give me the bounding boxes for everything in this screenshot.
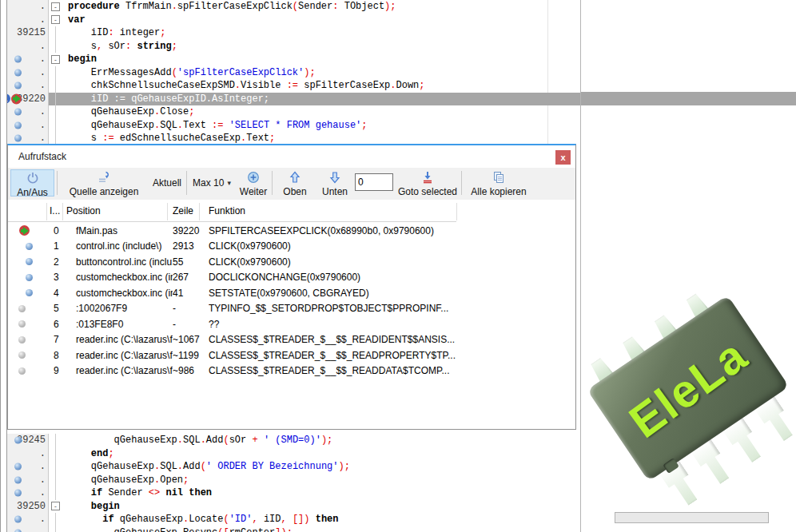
- source-editor-top[interactable]: .-procedure TfrmMain.spFilterCaseExpClic…: [7, 0, 580, 145]
- fold-column[interactable]: -: [49, 0, 62, 14]
- fold-column[interactable]: [49, 105, 62, 119]
- fold-line: [55, 119, 56, 133]
- code-line[interactable]: . qGehauseExp.Open;: [7, 474, 580, 487]
- code-line[interactable]: 39245 qGehauseExp.SQL.Add(sOr + ' (SMD=0…: [7, 434, 580, 447]
- toggle-breakpoints-button[interactable]: An/Aus: [10, 169, 54, 197]
- fold-column[interactable]: [49, 66, 62, 80]
- code-line[interactable]: . end;: [7, 447, 580, 461]
- fold-column[interactable]: [49, 79, 62, 93]
- fold-line: [55, 486, 56, 500]
- editor-gutter[interactable]: .: [7, 53, 49, 66]
- editor-gutter[interactable]: 139220: [7, 93, 49, 106]
- stack-frame-row[interactable]: 8reader.inc (C:\lazarus\fp...~1199CLASSE…: [8, 347, 575, 363]
- stack-frame-row[interactable]: 1control.inc (include\)2913CLICK(0x97906…: [8, 239, 575, 255]
- fold-line: [55, 513, 56, 526]
- close-button[interactable]: x: [555, 150, 571, 165]
- fold-column[interactable]: [49, 447, 62, 461]
- code-line[interactable]: 39250- begin: [7, 500, 580, 514]
- code-line[interactable]: . qGehauseExp.Resync([rmCenter]);: [7, 526, 580, 532]
- fold-column[interactable]: [49, 26, 62, 40]
- frame-down-button[interactable]: Unten: [318, 169, 352, 197]
- fold-collapse-icon[interactable]: -: [51, 502, 60, 510]
- editor-gutter[interactable]: .: [7, 14, 49, 27]
- fold-column[interactable]: [49, 460, 62, 474]
- fold-column[interactable]: [49, 119, 62, 133]
- frame-state-cell: [8, 305, 48, 312]
- column-header-line[interactable]: Zeile: [173, 205, 193, 216]
- stack-frame-row[interactable]: 7reader.inc (C:\lazarus\fp...~1067CLASSE…: [8, 332, 575, 348]
- source-editor-bottom[interactable]: 39245 qGehauseExp.SQL.Add(sOr + ' (SMD=0…: [7, 430, 580, 532]
- code-line[interactable]: .-procedure TfrmMain.spFilterCaseExpClic…: [7, 0, 580, 14]
- editor-gutter[interactable]: 39245: [7, 434, 49, 447]
- editor-gutter[interactable]: .: [7, 474, 49, 487]
- column-header-index[interactable]: I...: [50, 205, 60, 216]
- fold-column[interactable]: -: [49, 14, 62, 27]
- fold-collapse-icon[interactable]: -: [51, 15, 60, 24]
- copy-all-button[interactable]: Alle kopieren: [465, 169, 532, 197]
- code-line[interactable]: . qGehauseExp.Close;: [7, 105, 580, 119]
- fold-column[interactable]: [49, 474, 62, 487]
- show-source-button[interactable]: Quelle anzeigen: [59, 169, 149, 197]
- editor-gutter[interactable]: .: [7, 132, 49, 145]
- code-line[interactable]: . qGehauseExp.SQL.Add(' ORDER BY Bezeich…: [7, 460, 580, 474]
- editor-gutter[interactable]: .: [7, 105, 49, 119]
- column-header-position[interactable]: Position: [66, 205, 101, 216]
- fold-column[interactable]: [49, 40, 62, 54]
- stack-frame-row[interactable]: 0fMain.pas39220SPFILTERCASEEXPCLICK(0x68…: [8, 223, 575, 239]
- editor-gutter[interactable]: .: [7, 40, 49, 54]
- gutter-marks: [7, 437, 22, 444]
- editor-gutter[interactable]: 39250: [7, 500, 49, 514]
- frame-state-cell: [8, 289, 48, 296]
- editor-gutter[interactable]: .: [7, 119, 49, 133]
- stack-frame-row[interactable]: 2buttoncontrol.inc (inclu...55CLICK(0x97…: [8, 254, 575, 270]
- frame-state-cell: [8, 367, 48, 375]
- fold-column[interactable]: [49, 434, 62, 447]
- code-line[interactable]: . if Sender <> nil then: [7, 486, 580, 500]
- fold-column[interactable]: [49, 513, 62, 526]
- code-line[interactable]: .-begin: [7, 53, 580, 66]
- code-line[interactable]: . s, sOr: string;: [7, 40, 580, 54]
- frame-index-input[interactable]: [355, 173, 393, 191]
- fold-column[interactable]: -: [49, 500, 62, 514]
- stack-frame-row[interactable]: 4customcheckbox.inc (in...41SETSTATE(0x9…: [8, 285, 575, 301]
- current-frame-button[interactable]: Aktuell: [149, 169, 185, 197]
- bookmark-1-badge: 1: [7, 94, 10, 104]
- stack-frame-row[interactable]: 9reader.inc (C:\lazarus\fp...~986CLASSES…: [8, 363, 575, 379]
- code-line[interactable]: . chkSchnellsucheCaseExpSMD.Visible := s…: [7, 79, 580, 93]
- max-frames-dropdown[interactable]: Max 10 ▾: [189, 169, 235, 197]
- gutter-marks: [7, 516, 22, 523]
- code-line[interactable]: .-var: [7, 14, 580, 27]
- fold-column[interactable]: [49, 93, 62, 106]
- column-header-function[interactable]: Funktion: [209, 205, 245, 216]
- editor-gutter[interactable]: .: [7, 447, 49, 461]
- editor-gutter[interactable]: .: [7, 526, 49, 532]
- fold-collapse-icon[interactable]: -: [51, 55, 60, 64]
- editor-gutter[interactable]: .: [7, 513, 49, 526]
- stack-frame-row[interactable]: 6:013FE8F0-??: [8, 316, 575, 332]
- editor-gutter[interactable]: 39215: [7, 26, 49, 40]
- editor-gutter[interactable]: .: [7, 66, 49, 80]
- more-frames-button[interactable]: Weiter: [237, 169, 270, 197]
- editor-gutter[interactable]: .: [7, 460, 49, 474]
- fold-column[interactable]: [49, 132, 62, 145]
- code-line[interactable]: . if qGehauseExp.Locate('ID', iID, []) t…: [7, 513, 580, 526]
- code-line[interactable]: 139220 iID := qGehauseExpID.AsInteger;: [7, 93, 580, 106]
- code-line[interactable]: . ErrMessagesAdd('spFilterCaseExpClick')…: [7, 66, 580, 80]
- stack-frame-row[interactable]: 3customcheckbox.inc (in...267DOCLICKONCH…: [8, 270, 575, 286]
- code-line[interactable]: . s := edSchnellsucheCaseExp.Text;: [7, 132, 580, 145]
- code-line[interactable]: 39215 iID: integer;: [7, 26, 580, 40]
- fold-column[interactable]: [49, 526, 62, 532]
- frame-index: 6: [48, 319, 71, 330]
- frame-up-button[interactable]: Oben: [278, 169, 312, 197]
- editor-gutter[interactable]: .: [7, 486, 49, 500]
- editor-gutter[interactable]: .: [7, 79, 49, 93]
- code-text: qGehauseExp.SQL.Add(sOr + ' (SMD=0)');: [62, 434, 580, 447]
- stack-frame-row[interactable]: 5:1002067F9-TYPINFO_$$_SETORDPROP$TOBJEC…: [8, 301, 575, 317]
- fold-collapse-icon[interactable]: -: [51, 2, 60, 11]
- callstack-titlebar[interactable]: Aufrufstack x: [8, 145, 575, 168]
- editor-gutter[interactable]: .: [7, 0, 49, 14]
- goto-selected-button[interactable]: Goto selected: [396, 169, 459, 197]
- fold-column[interactable]: -: [49, 53, 62, 66]
- code-line[interactable]: . qGehauseExp.SQL.Text := 'SELECT * FROM…: [7, 119, 580, 133]
- fold-column[interactable]: [49, 486, 62, 500]
